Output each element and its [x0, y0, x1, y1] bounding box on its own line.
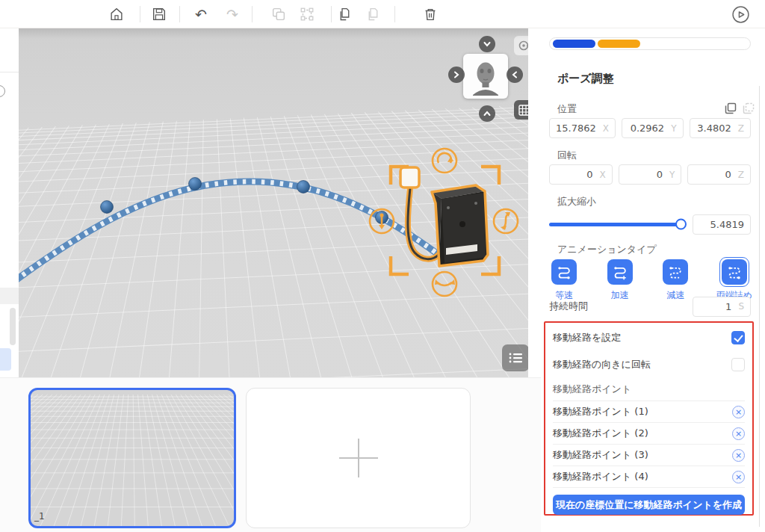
- trash-icon: [422, 6, 439, 22]
- anim-option-decelerate[interactable]: 減速: [660, 257, 690, 302]
- plus-icon: [335, 434, 382, 482]
- home-button[interactable]: [106, 4, 127, 25]
- view-cube[interactable]: [463, 54, 508, 99]
- ease-both-ends-icon: [722, 259, 747, 285]
- decelerate-icon: [663, 259, 688, 285]
- orbit-up-button[interactable]: [479, 36, 495, 52]
- undo-button[interactable]: ↶: [191, 4, 211, 25]
- paste-button[interactable]: [362, 4, 383, 25]
- save-button[interactable]: [149, 4, 170, 25]
- undo-icon: ↶: [195, 7, 207, 22]
- copy-transform-icon[interactable]: [725, 102, 737, 114]
- rotate-handle-top[interactable]: [433, 149, 456, 173]
- group-button[interactable]: [268, 4, 289, 25]
- duration-row: 持続時間 1S: [549, 296, 751, 317]
- path-point-item-2[interactable]: 移動経路ポイント (2) ×: [553, 423, 745, 445]
- toolbar-divider: [331, 6, 332, 22]
- position-x-input[interactable]: 15.7862X: [549, 118, 616, 138]
- scale-label: 拡大縮小: [557, 195, 596, 208]
- panel-scrollbar[interactable]: [759, 86, 760, 527]
- reset-view-button[interactable]: [514, 36, 528, 55]
- grid-view-button[interactable]: [514, 100, 528, 120]
- path-point-item-1[interactable]: 移動経路ポイント (1) ×: [553, 401, 745, 423]
- delete-point-3-button[interactable]: ×: [732, 449, 745, 462]
- scene-label: _1: [34, 511, 45, 522]
- path-point-2[interactable]: [189, 178, 202, 191]
- layer-list-button[interactable]: [502, 344, 528, 371]
- toolbar-divider: [252, 6, 253, 22]
- group-icon: [270, 6, 287, 22]
- play-button[interactable]: [730, 4, 751, 25]
- top-toolbar: ↶ ↷: [0, 0, 765, 28]
- progress-segment-orange: [598, 40, 640, 48]
- add-scene-button[interactable]: [246, 388, 471, 528]
- rotation-y-input[interactable]: 0Y: [619, 164, 682, 185]
- chevron-right-icon: [452, 70, 461, 79]
- redo-button[interactable]: ↷: [222, 4, 243, 25]
- duration-label: 持続時間: [549, 300, 588, 313]
- position-inputs: 15.7862X 0.2962Y 3.4802Z: [549, 118, 751, 138]
- chevron-up-icon: [483, 109, 492, 118]
- accelerate-icon: [607, 259, 633, 285]
- orbit-down-button[interactable]: [479, 105, 495, 122]
- delete-button[interactable]: [420, 4, 441, 25]
- set-path-checkbox[interactable]: [731, 331, 745, 344]
- panel-title: ポーズ調整: [557, 72, 614, 86]
- rotate-handle-right[interactable]: [494, 209, 518, 233]
- scale-control: 5.4819: [549, 214, 751, 235]
- progress-segment-blue: [553, 40, 595, 48]
- create-path-point-button[interactable]: 現在の座標位置に移動経路ポイントを作成: [553, 495, 745, 515]
- progress-bar: [549, 37, 751, 50]
- path-point-item-4[interactable]: 移動経路ポイント (4) ×: [553, 466, 745, 488]
- set-path-label: 移動経路を設定: [553, 331, 621, 344]
- left-panel-scrollbar[interactable]: [10, 308, 16, 345]
- rotation-inputs: 0X 0Y 0Z: [549, 164, 751, 185]
- chevron-left-icon: [510, 70, 519, 79]
- set-path-row: 移動経路を設定: [553, 324, 745, 351]
- ungroup-button[interactable]: [297, 4, 318, 25]
- rotate-to-path-label: 移動経路の向きに回転: [553, 358, 651, 371]
- delete-point-2-button[interactable]: ×: [732, 427, 745, 440]
- app-window: ↶ ↷: [0, 0, 765, 532]
- grid-icon: [518, 105, 529, 116]
- rotation-z-input[interactable]: 0Z: [687, 164, 751, 185]
- left-panel-avatar-partial: [0, 85, 5, 97]
- selected-object[interactable]: [400, 167, 488, 266]
- rotate-handle-bottom[interactable]: [433, 272, 456, 296]
- layers-icon: [509, 352, 523, 364]
- chevron-down-icon: [483, 40, 492, 49]
- motion-path-section: 移動経路を設定 移動経路の向きに回転 移動経路ポイント 移動経路ポイント (1)…: [544, 321, 754, 516]
- rotation-x-input[interactable]: 0X: [549, 164, 613, 185]
- left-panel-selected-item-partial[interactable]: [0, 348, 11, 371]
- delete-point-1-button[interactable]: ×: [732, 406, 745, 418]
- position-label: 位置: [557, 102, 577, 116]
- scale-value-input[interactable]: 5.4819: [693, 214, 751, 235]
- position-z-input[interactable]: 3.4802Z: [690, 118, 752, 138]
- path-point-list: 移動経路ポイント (1) × 移動経路ポイント (2) × 移動経路ポイント (…: [553, 400, 745, 488]
- scale-slider-knob[interactable]: [675, 219, 687, 230]
- position-y-input[interactable]: 0.2962Y: [622, 118, 684, 138]
- constant-speed-icon: [551, 259, 577, 285]
- rotate-to-path-checkbox[interactable]: [731, 358, 745, 371]
- head-model-icon: [463, 54, 508, 99]
- scene-thumbnail-selected[interactable]: _1: [28, 388, 236, 528]
- delete-point-4-button[interactable]: ×: [732, 471, 745, 483]
- paste-transform-icon[interactable]: [743, 102, 755, 114]
- anim-option-accelerate[interactable]: 加速: [605, 257, 635, 302]
- orbit-left-button[interactable]: [448, 66, 465, 83]
- path-point-1[interactable]: [101, 201, 114, 214]
- anim-option-ease-both[interactable]: 両端詰め: [716, 257, 752, 302]
- home-icon: [108, 6, 125, 22]
- left-panel-sliver: [0, 28, 19, 377]
- copy-button[interactable]: [334, 4, 355, 25]
- copy-icon: [337, 7, 353, 22]
- scale-slider[interactable]: [549, 223, 685, 226]
- cable-connector: [400, 167, 419, 188]
- duration-input[interactable]: 1S: [693, 297, 751, 317]
- 3d-viewport[interactable]: [19, 28, 528, 377]
- path-point-item-3[interactable]: 移動経路ポイント (3) ×: [553, 445, 745, 466]
- anim-option-constant[interactable]: 等速: [549, 257, 579, 302]
- orbit-right-button[interactable]: [507, 66, 523, 83]
- path-point-3[interactable]: [297, 181, 310, 194]
- play-icon: [731, 5, 750, 24]
